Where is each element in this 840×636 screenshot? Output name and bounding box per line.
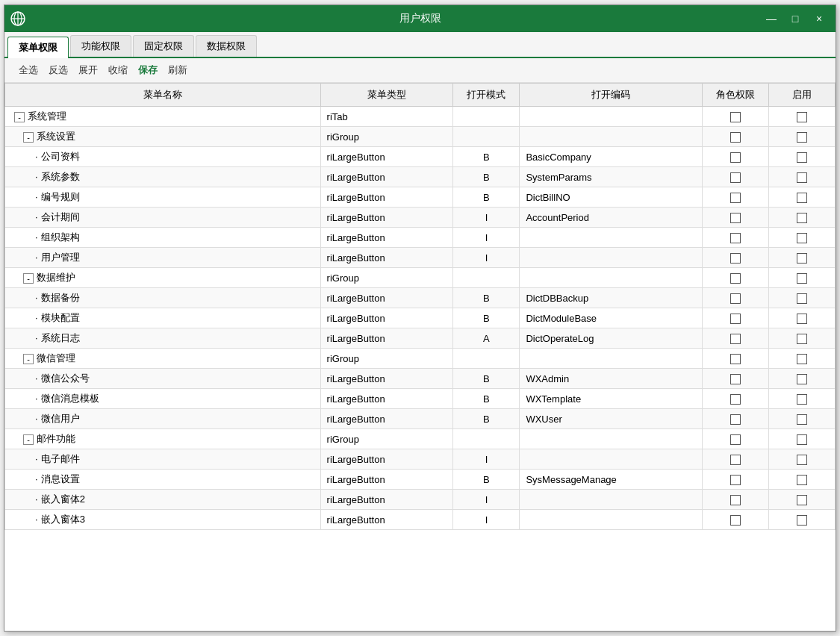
enable-checkbox[interactable] (797, 334, 807, 344)
enable-cell[interactable] (769, 228, 836, 248)
role-permission-cell[interactable] (703, 369, 769, 389)
enable-checkbox[interactable] (797, 233, 807, 243)
role-permission-cell[interactable] (703, 228, 769, 248)
enable-checkbox[interactable] (797, 172, 807, 183)
tab-data-permissions[interactable]: 数据权限 (196, 35, 257, 57)
role-permission-cell[interactable] (703, 308, 769, 328)
enable-cell[interactable] (769, 288, 836, 308)
role-permission-cell[interactable] (703, 328, 769, 349)
role-checkbox[interactable] (730, 112, 741, 122)
role-permission-cell[interactable] (703, 389, 769, 409)
role-checkbox[interactable] (730, 434, 741, 445)
enable-cell[interactable] (769, 308, 836, 328)
enable-checkbox[interactable] (797, 515, 807, 526)
enable-cell[interactable] (769, 127, 836, 147)
role-permission-cell[interactable] (703, 167, 769, 187)
enable-cell[interactable] (769, 248, 836, 268)
tab-fixed-permissions[interactable]: 固定权限 (133, 35, 194, 57)
role-checkbox[interactable] (730, 414, 741, 425)
enable-checkbox[interactable] (797, 193, 807, 203)
role-permission-cell[interactable] (703, 187, 769, 208)
role-checkbox[interactable] (730, 334, 741, 344)
role-checkbox[interactable] (730, 314, 741, 324)
role-permission-cell[interactable] (703, 470, 769, 490)
role-checkbox[interactable] (730, 394, 741, 405)
enable-cell[interactable] (769, 510, 836, 530)
enable-checkbox[interactable] (797, 495, 807, 505)
enable-cell[interactable] (769, 147, 836, 167)
refresh-button[interactable]: 刷新 (164, 62, 192, 78)
table-wrapper[interactable]: 菜单名称 菜单类型 打开模式 打开编码 角色权限 启用 -系统管理riTab-系… (4, 83, 836, 631)
expand-icon[interactable]: - (23, 354, 34, 364)
enable-checkbox[interactable] (797, 475, 807, 485)
role-checkbox[interactable] (730, 293, 741, 304)
enable-checkbox[interactable] (797, 455, 807, 465)
enable-cell[interactable] (769, 208, 836, 228)
role-checkbox[interactable] (730, 515, 741, 526)
maximize-button[interactable]: □ (785, 10, 806, 28)
role-permission-cell[interactable] (703, 268, 769, 288)
enable-checkbox[interactable] (797, 132, 807, 143)
role-checkbox[interactable] (730, 233, 741, 243)
select-all-button[interactable]: 全选 (14, 62, 43, 78)
role-checkbox[interactable] (730, 172, 741, 183)
role-checkbox[interactable] (730, 193, 741, 203)
expand-icon[interactable]: - (23, 434, 34, 445)
enable-cell[interactable] (769, 328, 836, 349)
enable-cell[interactable] (769, 187, 836, 208)
role-checkbox[interactable] (730, 273, 741, 284)
role-permission-cell[interactable] (703, 490, 769, 510)
enable-checkbox[interactable] (797, 112, 807, 122)
role-permission-cell[interactable] (703, 449, 769, 470)
collapse-button[interactable]: 收缩 (104, 62, 132, 78)
enable-cell[interactable] (769, 490, 836, 510)
enable-cell[interactable] (769, 167, 836, 187)
role-permission-cell[interactable] (703, 288, 769, 308)
enable-checkbox[interactable] (797, 434, 807, 445)
role-checkbox[interactable] (730, 374, 741, 384)
role-permission-cell[interactable] (703, 248, 769, 268)
enable-checkbox[interactable] (797, 394, 807, 405)
role-checkbox[interactable] (730, 132, 741, 143)
expand-button[interactable]: 展开 (74, 62, 102, 78)
role-checkbox[interactable] (730, 354, 741, 364)
enable-checkbox[interactable] (797, 374, 807, 384)
enable-cell[interactable] (769, 107, 836, 127)
role-checkbox[interactable] (730, 495, 741, 505)
deselect-button[interactable]: 反选 (44, 62, 72, 78)
enable-checkbox[interactable] (797, 273, 807, 284)
role-permission-cell[interactable] (703, 510, 769, 530)
minimize-button[interactable]: — (761, 10, 782, 28)
role-checkbox[interactable] (730, 152, 741, 163)
role-permission-cell[interactable] (703, 127, 769, 147)
expand-icon[interactable]: - (23, 132, 34, 143)
expand-icon[interactable]: - (23, 273, 34, 284)
role-permission-cell[interactable] (703, 409, 769, 429)
role-permission-cell[interactable] (703, 147, 769, 167)
enable-checkbox[interactable] (797, 213, 807, 223)
enable-checkbox[interactable] (797, 314, 807, 324)
save-button[interactable]: 保存 (134, 62, 162, 78)
expand-icon[interactable]: - (14, 112, 25, 122)
enable-checkbox[interactable] (797, 253, 807, 264)
enable-checkbox[interactable] (797, 414, 807, 425)
tab-menu-permissions[interactable]: 菜单权限 (7, 37, 69, 58)
close-button[interactable]: × (809, 10, 830, 28)
tab-function-permissions[interactable]: 功能权限 (70, 35, 131, 57)
enable-checkbox[interactable] (797, 152, 807, 163)
enable-checkbox[interactable] (797, 293, 807, 304)
enable-cell[interactable] (769, 349, 836, 369)
enable-cell[interactable] (769, 409, 836, 429)
enable-cell[interactable] (769, 268, 836, 288)
role-checkbox[interactable] (730, 455, 741, 465)
role-checkbox[interactable] (730, 253, 741, 264)
role-checkbox[interactable] (730, 213, 741, 223)
role-permission-cell[interactable] (703, 349, 769, 369)
enable-cell[interactable] (769, 470, 836, 490)
role-permission-cell[interactable] (703, 429, 769, 449)
role-permission-cell[interactable] (703, 107, 769, 127)
enable-cell[interactable] (769, 369, 836, 389)
enable-cell[interactable] (769, 429, 836, 449)
enable-checkbox[interactable] (797, 354, 807, 364)
role-checkbox[interactable] (730, 475, 741, 485)
